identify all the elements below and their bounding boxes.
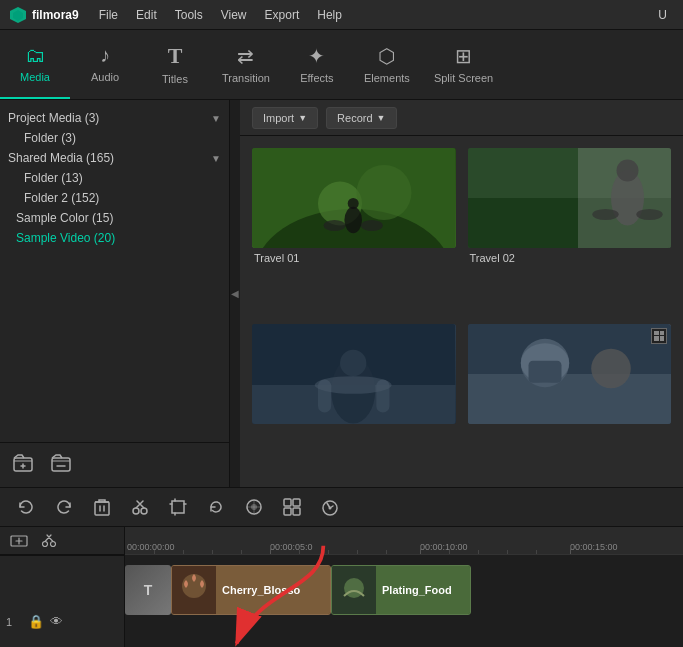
undo-button[interactable]	[12, 493, 40, 521]
import-button[interactable]: Import ▼	[252, 107, 318, 129]
media-thumb-travel02	[468, 148, 672, 248]
panel-collapse-handle[interactable]: ◀	[230, 100, 240, 487]
media-label-travel02: Travel 02	[468, 252, 672, 264]
svg-point-37	[251, 504, 257, 510]
transition-icon: ⇄	[237, 44, 254, 68]
menu-export[interactable]: Export	[257, 5, 308, 25]
tab-split-screen[interactable]: ⊞ Split Screen	[422, 30, 505, 99]
cut-button[interactable]	[126, 493, 154, 521]
add-track-button[interactable]	[8, 530, 30, 552]
tab-audio[interactable]: ♪ Audio	[70, 30, 140, 99]
media-label-travel01: Travel 01	[252, 252, 456, 264]
mosaic-button[interactable]	[278, 493, 306, 521]
menu-user: U	[650, 5, 675, 25]
tab-titles-label: Titles	[162, 73, 188, 85]
svg-point-8	[344, 207, 362, 233]
tab-media-label: Media	[20, 71, 50, 83]
tab-elements[interactable]: ⬡ Elements	[352, 30, 422, 99]
svg-point-46	[51, 541, 56, 546]
menu-help[interactable]: Help	[309, 5, 350, 25]
svg-point-16	[616, 160, 638, 182]
tab-audio-label: Audio	[91, 71, 119, 83]
tree-item-folder-3[interactable]: Folder (3)	[0, 128, 229, 148]
open-folder-icon[interactable]	[50, 452, 72, 479]
audio-icon: ♪	[100, 44, 110, 67]
tree-item-folder-2-152[interactable]: Folder 2 (152)	[0, 188, 229, 208]
effects-icon: ✦	[308, 44, 325, 68]
clip-plating-label: Plating_Food	[376, 566, 470, 614]
record-button[interactable]: Record ▼	[326, 107, 396, 129]
svg-rect-40	[284, 508, 291, 515]
tab-media[interactable]: 🗂 Media	[0, 30, 70, 99]
redo-button[interactable]	[50, 493, 78, 521]
scissors-icon[interactable]	[38, 530, 60, 552]
svg-point-50	[344, 578, 364, 598]
lock-icon[interactable]: 🔒	[28, 614, 44, 629]
left-panel: Project Media (3) ▼ Folder (3) Shared Me…	[0, 100, 230, 487]
menu-view[interactable]: View	[213, 5, 255, 25]
media-item-bike[interactable]	[252, 324, 456, 476]
media-thumb-travel01	[252, 148, 456, 248]
tree-item-project-media[interactable]: Project Media (3) ▼	[0, 108, 229, 128]
app-name: filmora9	[32, 8, 79, 22]
tree-item-shared-media[interactable]: Shared Media (165) ▼	[0, 148, 229, 168]
clip-cherry-label: Cherry_Blosso	[216, 566, 330, 614]
media-thumb-bike	[252, 324, 456, 424]
media-item-helmet[interactable]	[468, 324, 672, 476]
import-chevron-icon: ▼	[298, 113, 307, 123]
tree-item-folder-13[interactable]: Folder (13)	[0, 168, 229, 188]
record-label: Record	[337, 112, 372, 124]
main-area: Project Media (3) ▼ Folder (3) Shared Me…	[0, 100, 683, 487]
svg-point-7	[357, 165, 412, 220]
color-button[interactable]	[240, 493, 268, 521]
svg-point-45	[43, 541, 48, 546]
chevron-down-icon-2: ▼	[211, 153, 221, 164]
svg-point-25	[315, 376, 392, 394]
media-item-travel01[interactable]: Travel 01	[252, 148, 456, 312]
titles-icon: T	[168, 43, 183, 69]
track-label-row: 1 🔒 👁	[0, 555, 124, 647]
speed-button[interactable]	[316, 493, 344, 521]
crop-button[interactable]	[164, 493, 192, 521]
timeline-right: 00:00:00:00 00:00:05:0 00:00:10:00 00:00…	[125, 527, 683, 647]
import-label: Import	[263, 112, 294, 124]
timeline-left: 1 🔒 👁	[0, 527, 125, 647]
add-folder-icon[interactable]	[12, 452, 34, 479]
svg-point-33	[133, 508, 139, 514]
menu-tools[interactable]: Tools	[167, 5, 211, 25]
rotate-button[interactable]	[202, 493, 230, 521]
timeline-area: 1 🔒 👁 00:00:00:00 00:00:05:0 00:00:10:00…	[0, 527, 683, 647]
tab-effects[interactable]: ✦ Effects	[282, 30, 352, 99]
tab-split-screen-label: Split Screen	[434, 72, 493, 84]
svg-rect-3	[52, 458, 70, 471]
clip-plating-food[interactable]: Plating_Food	[331, 565, 471, 615]
record-chevron-icon: ▼	[377, 113, 386, 123]
svg-point-31	[591, 348, 631, 388]
media-grid: Travel 01 Travel 02	[240, 136, 683, 487]
timeline-controls-top	[0, 527, 124, 555]
delete-button[interactable]	[88, 493, 116, 521]
svg-point-11	[361, 220, 383, 231]
tab-titles[interactable]: T Titles	[140, 30, 210, 99]
track-row-1: T Cherry_Blosso Plating_Food	[125, 555, 683, 647]
chevron-down-icon: ▼	[211, 113, 221, 124]
svg-rect-32	[95, 502, 109, 515]
media-tree: Project Media (3) ▼ Folder (3) Shared Me…	[0, 100, 229, 442]
menu-edit[interactable]: Edit	[128, 5, 165, 25]
tree-item-sample-video[interactable]: Sample Video (20)	[0, 228, 229, 248]
svg-point-17	[592, 209, 618, 220]
svg-rect-38	[284, 499, 291, 506]
clip-thumb[interactable]: T	[125, 565, 171, 615]
left-panel-footer	[0, 442, 229, 487]
tree-item-sample-color[interactable]: Sample Color (15)	[0, 208, 229, 228]
svg-point-10	[324, 220, 346, 231]
svg-point-43	[329, 507, 332, 510]
svg-point-18	[636, 209, 662, 220]
svg-rect-39	[293, 499, 300, 506]
media-item-travel02[interactable]: Travel 02	[468, 148, 672, 312]
tab-transition[interactable]: ⇄ Transition	[210, 30, 282, 99]
timeline-ruler: 00:00:00:00 00:00:05:0 00:00:10:00 00:00…	[125, 527, 683, 555]
clip-cherry-blossom[interactable]: Cherry_Blosso	[171, 565, 331, 615]
menu-file[interactable]: File	[91, 5, 126, 25]
eye-icon[interactable]: 👁	[50, 614, 63, 629]
